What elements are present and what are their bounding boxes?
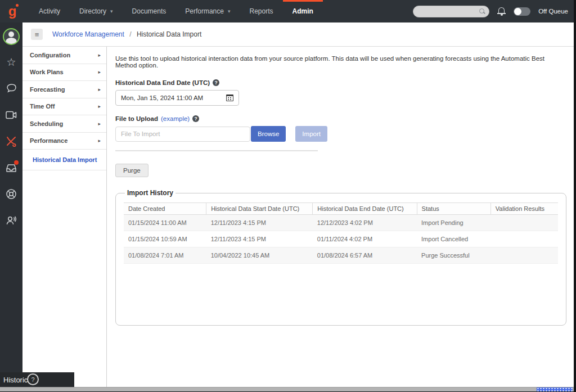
- calendar-icon[interactable]: [226, 94, 233, 101]
- chevron-right-icon: ▸: [98, 121, 101, 127]
- chat-icon[interactable]: [6, 83, 17, 94]
- sidebar-item-historical-data-import[interactable]: Historical Data Import: [22, 150, 106, 170]
- cell-status: Import Pending: [417, 215, 490, 231]
- cell-status: Purge Successful: [417, 247, 490, 264]
- star-icon[interactable]: ☆: [6, 56, 17, 67]
- nav-items: Activity Directory▾ Documents Performanc…: [29, 0, 323, 22]
- breadcrumb-current: Historical Data Import: [137, 30, 201, 38]
- chevron-right-icon: ▸: [98, 87, 101, 92]
- menu-icon[interactable]: [31, 29, 43, 40]
- nav-directory[interactable]: Directory▾: [70, 0, 123, 22]
- cell-start-date: 12/11/2023 4:15 PM: [206, 215, 313, 231]
- sidebar-item-time-off[interactable]: Time Off▸: [22, 98, 106, 116]
- chevron-right-icon: ▸: [98, 69, 101, 75]
- col-date-created: Date Created: [124, 203, 206, 215]
- menu-label: Configuration: [30, 52, 70, 58]
- cell-validation-results: [490, 247, 558, 264]
- cell-date-created: 01/15/2024 11:00 AM: [124, 215, 206, 231]
- menu-label: Historical Data Import: [33, 156, 97, 163]
- left-rail: ☆: [0, 22, 22, 387]
- chevron-down-icon: ▾: [110, 8, 113, 14]
- brand-logo[interactable]: g: [0, 0, 25, 22]
- import-history-panel: Import History Date Created Historical D…: [115, 189, 566, 326]
- agent-audio-icon[interactable]: [6, 215, 17, 226]
- cell-end-date: 12/12/2023 4:02 PM: [313, 215, 417, 231]
- table-header-row: Date Created Historical Data Start Date …: [124, 203, 558, 215]
- cell-validation-results: [490, 231, 558, 247]
- help-icon[interactable]: ?: [192, 115, 199, 122]
- search-icon: [479, 8, 485, 15]
- cell-status: Import Cancelled: [417, 231, 490, 247]
- cell-start-date: 12/11/2023 4:15 PM: [206, 231, 313, 247]
- menu-label: Time Off: [30, 103, 55, 110]
- search-input[interactable]: [419, 8, 479, 15]
- cell-validation-results: [490, 215, 558, 231]
- nav-performance[interactable]: Performance▾: [176, 0, 240, 22]
- nav-label: Performance: [185, 7, 224, 15]
- chevron-right-icon: ▸: [98, 103, 101, 109]
- support-wheel-icon[interactable]: [6, 188, 17, 200]
- cell-end-date: 01/11/2024 4:02 PM: [313, 231, 417, 247]
- nav-documents[interactable]: Documents: [123, 0, 176, 22]
- sidebar-item-configuration[interactable]: Configuration▸: [22, 47, 106, 64]
- end-date-value[interactable]: [121, 94, 226, 101]
- chevron-right-icon: ▸: [98, 138, 101, 143]
- main-content: Use this tool to upload historical inter…: [107, 47, 574, 387]
- global-search[interactable]: [413, 6, 489, 17]
- sidebar-item-work-plans[interactable]: Work Plans▸: [22, 64, 106, 82]
- browse-button[interactable]: Browse: [251, 126, 286, 142]
- window-frame: g Activity Directory▾ Documents Performa…: [0, 0, 576, 392]
- nav-label: Directory: [79, 7, 106, 15]
- user-avatar[interactable]: [3, 28, 20, 45]
- help-badge-icon[interactable]: ?: [27, 373, 39, 385]
- col-status: Status: [417, 203, 490, 215]
- nav-right: Off Queue: [413, 0, 574, 22]
- page-description: Use this tool to upload historical inter…: [115, 55, 566, 69]
- rail-icons: ☆: [0, 56, 22, 226]
- sidebar-item-performance[interactable]: Performance▸: [22, 133, 106, 150]
- import-history-title: Import History: [125, 189, 176, 197]
- nav-label: Activity: [39, 7, 60, 15]
- app-root: g Activity Directory▾ Documents Performa…: [0, 0, 574, 391]
- nav-reports[interactable]: Reports: [240, 0, 283, 22]
- import-button[interactable]: Import: [295, 126, 327, 142]
- cell-date-created: 01/15/2024 10:59 AM: [124, 231, 206, 247]
- workforce-icon[interactable]: [6, 136, 17, 147]
- menu-label: Work Plans: [30, 69, 64, 75]
- video-icon[interactable]: [6, 109, 17, 120]
- file-upload-label: File to Upload: [115, 115, 158, 122]
- notification-dot: [14, 160, 19, 165]
- end-date-picker[interactable]: [115, 90, 239, 106]
- import-history-table: Date Created Historical Data Start Date …: [124, 202, 558, 264]
- cell-date-created: 01/08/2024 7:01 AM: [124, 247, 206, 264]
- menu-label: Performance: [30, 137, 68, 144]
- breadcrumb-separator: /: [129, 30, 131, 38]
- breadcrumb-link-workforce-management[interactable]: Workforce Management: [52, 30, 124, 38]
- nav-label: Admin: [292, 7, 313, 15]
- table-row[interactable]: 01/15/2024 10:59 AM 12/11/2023 4:15 PM 0…: [124, 231, 558, 247]
- file-to-import-input[interactable]: [115, 127, 250, 142]
- sidebar-item-forecasting[interactable]: Forecasting▸: [22, 81, 106, 98]
- horizontal-scrollbar[interactable]: [0, 387, 574, 391]
- example-link[interactable]: (example): [161, 115, 190, 122]
- toggle-knob: [514, 8, 521, 15]
- scrollbar-thumb[interactable]: [537, 388, 573, 391]
- chevron-down-icon: ▾: [228, 8, 231, 14]
- col-validation-results: Validation Results: [490, 203, 558, 215]
- table-row[interactable]: 01/08/2024 7:01 AM 10/04/2022 10:45 AM 0…: [124, 247, 558, 264]
- nav-admin[interactable]: Admin: [283, 0, 323, 22]
- section-divider: [115, 150, 318, 151]
- file-upload-row: Browse Import: [115, 126, 566, 142]
- help-icon[interactable]: ?: [213, 79, 219, 86]
- col-end-date: Historical Data End Date (UTC): [313, 203, 417, 215]
- table-row[interactable]: 01/15/2024 11:00 AM 12/11/2023 4:15 PM 1…: [124, 215, 558, 231]
- file-upload-label-row: File to Upload (example) ?: [115, 115, 566, 122]
- nav-activity[interactable]: Activity: [29, 0, 70, 22]
- queue-toggle[interactable]: [514, 7, 530, 16]
- purge-button[interactable]: Purge: [115, 164, 148, 177]
- chevron-right-icon: ▸: [98, 52, 101, 58]
- wfm-side-menu: Configuration▸ Work Plans▸ Forecasting▸ …: [22, 47, 107, 387]
- sidebar-item-scheduling[interactable]: Scheduling▸: [22, 115, 106, 133]
- inbox-icon[interactable]: [6, 162, 17, 173]
- notifications-icon[interactable]: [497, 7, 506, 16]
